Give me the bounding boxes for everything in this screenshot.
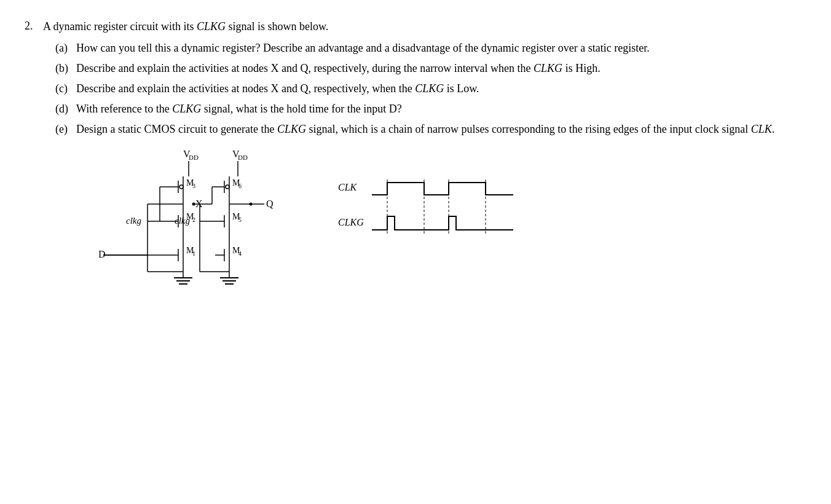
diagram-area: V DD V DD (43, 149, 806, 333)
sub-label-a: (a) (55, 40, 73, 57)
sub-question-a: (a) How can you tell this a dynamic regi… (55, 40, 806, 57)
sub-text-a: How can you tell this a dynamic register… (76, 40, 806, 57)
waveform-diagram: CLK CLKG (338, 173, 510, 247)
waveform-svg: CLK CLKG (338, 173, 516, 259)
sub-text-e: Design a static CMOS circuit to generate… (76, 121, 806, 138)
sub-question-c: (c) Describe and explain the activities … (55, 81, 806, 97)
sub-questions-list: (a) How can you tell this a dynamic regi… (43, 40, 806, 138)
m6-sub: 6 (238, 183, 242, 189)
clkg-waveform-label: CLKG (338, 217, 364, 227)
question-intro: A dynamic register circuit with its CLKG… (43, 18, 806, 35)
vdd-right-sub: DD (238, 154, 248, 161)
m2-sub: 2 (192, 216, 195, 223)
question-container: 2. A dynamic register circuit with its C… (25, 18, 806, 333)
m4-sub: 4 (238, 250, 242, 257)
sub-question-e: (e) Design a static CMOS circuit to gene… (55, 121, 806, 138)
svg-point-7 (179, 185, 183, 189)
sub-label-d: (d) (55, 101, 73, 117)
question-number: 2. (25, 18, 43, 333)
sub-question-d: (d) With reference to the CLKG signal, w… (55, 101, 806, 117)
svg-point-33 (226, 185, 229, 189)
m1-sub: 1 (192, 250, 195, 257)
sub-question-b: (b) Describe and explain the activities … (55, 60, 806, 77)
clkg-right-label: clkg (175, 216, 190, 226)
sub-text-d: With reference to the CLKG signal, what … (76, 101, 806, 117)
m3-sub: 3 (192, 183, 195, 189)
q-label: Q (266, 199, 274, 209)
sub-label-c: (c) (55, 81, 73, 97)
question-content: A dynamic register circuit with its CLKG… (43, 18, 806, 333)
sub-label-e: (e) (55, 121, 73, 138)
circuit-svg: V DD V DD (92, 149, 301, 333)
vdd-left-sub: DD (189, 154, 199, 161)
sub-text-c: Describe and explain the activities at n… (76, 81, 806, 97)
clk-waveform-label: CLK (338, 182, 358, 192)
m5-sub: 5 (238, 216, 242, 223)
circuit-diagram: V DD V DD (92, 149, 301, 333)
sub-text-b: Describe and explain the activities at n… (76, 60, 806, 77)
sub-label-b: (b) (55, 60, 73, 77)
clkg-left-label: clkg (126, 216, 141, 226)
d-label: D (98, 249, 106, 259)
